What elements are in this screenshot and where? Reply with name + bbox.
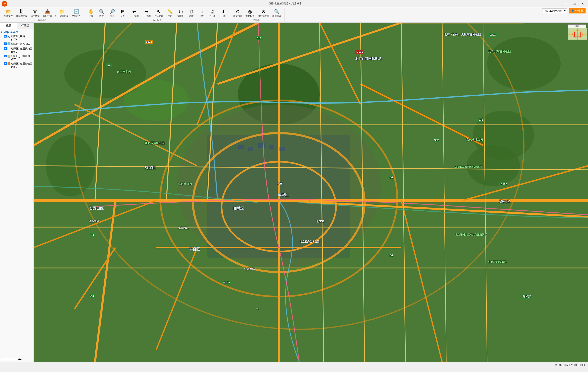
clear-button[interactable]: 🗑 清除 xyxy=(186,8,197,18)
svg-line-43 xyxy=(483,23,487,362)
svg-point-8 xyxy=(177,104,381,268)
minimap-svg xyxy=(568,28,587,40)
list-item[interactable]: 朝阳区_交通设施面 (60... xyxy=(1,46,33,54)
svg-rect-0 xyxy=(34,23,588,362)
close-button[interactable]: ✕ xyxy=(579,1,586,7)
overlap-check-button[interactable]: ◎ 重叠检查 xyxy=(244,8,256,18)
map-label-shijingshan: 石景山区 xyxy=(89,206,104,211)
maximize-button[interactable]: □ xyxy=(571,1,578,7)
download-label: 下载 xyxy=(221,14,225,18)
zoom-out-icon: 🔎 xyxy=(109,9,115,14)
svg-point-13 xyxy=(74,23,524,329)
svg-line-24 xyxy=(360,84,483,145)
svg-point-7 xyxy=(238,64,320,125)
next-view-label: 下一视图 xyxy=(142,14,151,18)
svg-rect-9 xyxy=(207,135,350,258)
minimap[interactable]: 地图 xyxy=(568,24,586,39)
map-label-g102: G102 xyxy=(499,182,508,186)
clear-data-label: 清空数据 xyxy=(31,14,40,18)
info-button[interactable]: ℹ 信息 xyxy=(197,8,207,18)
map-roads-svg xyxy=(34,23,588,362)
load-db-button[interactable]: 🗄 加载数据库 xyxy=(15,8,29,18)
svg-point-6 xyxy=(124,80,189,121)
zoom-out-button[interactable]: 🔎 缩小 xyxy=(107,8,117,18)
export-data-button[interactable]: 📤 导出数据 xyxy=(42,8,53,18)
admin-label: 管理员 xyxy=(575,9,583,13)
map-label-xicheng: 西城区 xyxy=(233,206,244,211)
svg-line-26 xyxy=(156,248,197,350)
admin-button[interactable]: 👤 管理员 xyxy=(569,8,586,13)
select-features-label: 选择要素 xyxy=(154,14,163,18)
coord-system-select[interactable]: 国家2000坐标系WGS84坐标系北京54坐标系西安80坐标系 xyxy=(542,8,567,13)
tab-districts[interactable]: 行政区 xyxy=(17,23,34,29)
map-container[interactable]: S213 S11 G101 S331 G6 永丰产业园 北京首都国际机场 共青滨… xyxy=(34,23,588,362)
map-label-beijing-west: 北京西站 xyxy=(178,226,189,230)
nearby-query-button[interactable]: 🔍 周边查询 xyxy=(271,8,283,18)
prev-view-label: 上一视图 xyxy=(130,14,139,18)
info-label: 信息 xyxy=(200,14,204,18)
select-features-button[interactable]: ↖ 选择要素 xyxy=(153,8,165,18)
svg-rect-45 xyxy=(248,147,253,151)
minimize-button[interactable]: ─ xyxy=(563,1,570,7)
intersect-icon: ⊘ xyxy=(236,9,240,14)
svg-line-25 xyxy=(74,248,116,309)
svg-rect-49 xyxy=(228,166,309,227)
zoom-in-button[interactable]: 🔍 放大 xyxy=(96,8,107,18)
zoom-in-icon: 🔍 xyxy=(99,9,104,14)
self-intersect-button[interactable]: ⊙ 自相交检查 xyxy=(256,8,270,18)
print-button[interactable]: 🖨 打印 xyxy=(208,8,218,18)
list-item[interactable]: 朝阳区_铁路 (1759) xyxy=(1,34,33,42)
app-title: GIS地图浏览器 - V1.8.6.2 xyxy=(7,2,563,6)
measure-area-button[interactable]: ⬡ 测面积 xyxy=(176,8,186,18)
clear-label: 清除 xyxy=(189,14,194,18)
next-view-button[interactable]: ➡ 下一视图 xyxy=(140,8,152,18)
map-label-zoo: 北京动物园 xyxy=(178,182,192,186)
svg-rect-46 xyxy=(258,143,265,148)
data-ops-label: 数据操作 xyxy=(38,18,47,22)
pan-label: 平移 xyxy=(89,14,93,18)
pan-button[interactable]: ✋ 平移 xyxy=(86,8,96,18)
list-item[interactable]: 朝阳区_交通运输面 (48... xyxy=(1,61,33,69)
sidebar: 图层 行政区 Map Layers 朝阳区_铁路 (1759) 朝阳区_水路 (… xyxy=(0,23,34,362)
map-label-g1-east: 蓬和宫 xyxy=(521,294,532,299)
svg-line-33 xyxy=(167,23,177,201)
layer-checkbox-landuse[interactable] xyxy=(4,55,7,57)
layer-icon-railway xyxy=(8,35,10,38)
measure-distance-button[interactable]: 📏 测距 xyxy=(165,8,175,18)
tab-layers[interactable]: 图层 xyxy=(0,23,17,29)
intersect-check-button[interactable]: ⊘ 相交检查 xyxy=(232,8,244,18)
full-view-label: 全图 xyxy=(120,14,125,18)
layer-label-waterway: 朝阳区_水路 (201) xyxy=(11,42,31,46)
self-intersect-icon: ⊙ xyxy=(262,9,265,14)
map-label-beijing-station: 北京站 xyxy=(316,220,324,223)
map-label-dongjiao-forest: 东郊森林公园华北林木园 xyxy=(455,165,482,169)
svg-line-16 xyxy=(218,23,401,84)
toolbar-right: 国家2000坐标系WGS84坐标系北京54坐标系西安80坐标系 👤 管理员 xyxy=(542,8,587,13)
map-label-dongjiao-wetland: 东郊湿地公园 xyxy=(466,138,483,142)
clear-data-button[interactable]: 🗑 清空数据 xyxy=(29,8,41,18)
coord-convert-button[interactable]: 🔄 坐标转换 xyxy=(71,8,82,18)
open-cache-button[interactable]: 📁 打开缓存目录 xyxy=(54,8,70,18)
map-label-yuanmingyuan: 圆明园遗址公园 xyxy=(145,141,165,145)
svg-line-27 xyxy=(34,201,156,248)
full-view-button[interactable]: ⊞ 全图 xyxy=(118,8,128,18)
svg-line-41 xyxy=(401,23,405,362)
layer-checkbox-traffic-facility[interactable] xyxy=(4,47,7,50)
map-label-dongcheng: 东城区 xyxy=(278,192,289,197)
layer-checkbox-waterway[interactable] xyxy=(4,42,7,45)
layer-checkbox-railway[interactable] xyxy=(4,35,7,38)
download-icon: ⬇ xyxy=(221,9,225,14)
svg-rect-47 xyxy=(269,145,274,149)
prev-view-button[interactable]: ⬅ 上一视图 xyxy=(128,8,140,18)
download-button[interactable]: ⬇ 下载 xyxy=(218,8,228,18)
map-label-g1: G1 xyxy=(388,253,394,257)
sidebar-scrollbar[interactable] xyxy=(1,358,17,360)
layer-root[interactable]: Map Layers xyxy=(1,30,33,34)
layer-checkbox-transport[interactable] xyxy=(4,62,7,65)
list-item[interactable]: 朝阳区_水路 (201) xyxy=(1,42,33,46)
svg-line-29 xyxy=(401,201,442,362)
list-item[interactable]: 朝阳区_土地利用 (278... xyxy=(1,54,33,61)
load-file-button[interactable]: 📂 加载文件 xyxy=(2,8,14,18)
map-label-g4-north: G4 xyxy=(89,233,95,237)
svg-rect-48 xyxy=(279,147,285,151)
